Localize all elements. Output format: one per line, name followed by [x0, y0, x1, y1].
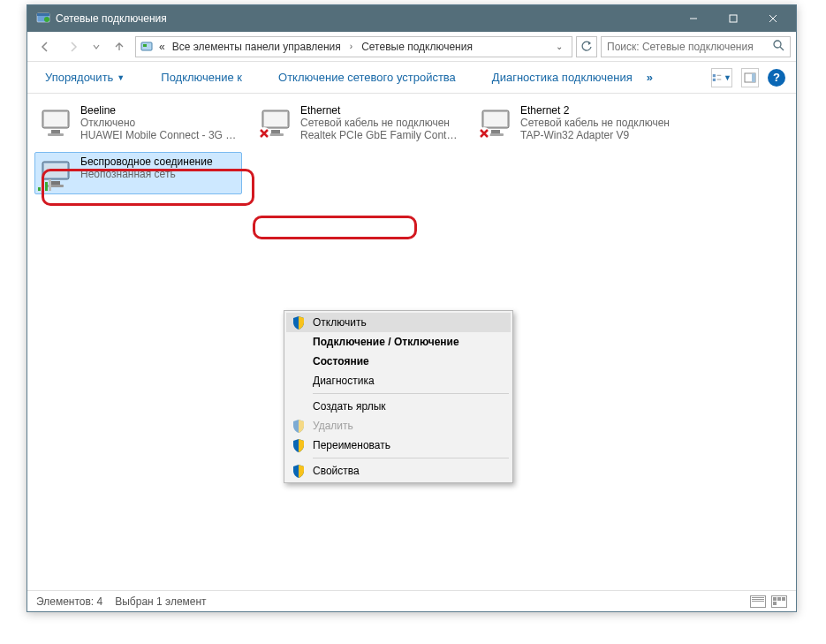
adapter-item-selected[interactable]: Беспроводное соединение Неопознанная сет… [34, 152, 242, 194]
breadcrumb-segment-2[interactable]: Сетевые подключения [360, 39, 474, 55]
svg-line-21 [780, 47, 784, 50]
svg-rect-27 [752, 73, 755, 82]
chevron-right-icon[interactable]: › [346, 42, 356, 51]
window-title: Сетевые подключения [56, 12, 673, 25]
cm-label: Удалить [313, 420, 353, 432]
cm-label: Отключить [313, 316, 367, 329]
cm-label: Переименовать [313, 439, 390, 451]
adapter-device: Realtek PCIe GbE Family Controller [300, 129, 458, 141]
window: Сетевые подключения « Все элементы панел… [27, 4, 797, 612]
up-button[interactable] [107, 36, 132, 57]
breadcrumb-segment-1[interactable]: Все элементы панели управления [171, 39, 343, 55]
cm-status[interactable]: Состояние [286, 352, 511, 371]
titlebar: Сетевые подключения [27, 5, 796, 32]
cm-delete: Удалить [286, 416, 511, 436]
adapter-icon [478, 104, 513, 140]
adapter-name: Беспроводное соединение [80, 155, 213, 168]
breadcrumb-prefix[interactable]: « [157, 39, 167, 55]
diagnose-button[interactable]: Диагностика подключения [485, 67, 640, 87]
navigation-row: « Все элементы панели управления › Сетев… [27, 32, 796, 62]
svg-point-20 [774, 41, 781, 48]
adapter-status: Сетевой кабель не подключен [520, 117, 670, 129]
adapter-icon [258, 104, 293, 140]
menu-separator [313, 458, 509, 458]
minimize-button[interactable] [673, 5, 713, 32]
content-area: Beeline Отключено HUAWEI Mobile Connect … [27, 94, 796, 590]
cm-disable[interactable]: Отключить [286, 313, 511, 332]
dropdown-icon: ▼ [117, 73, 125, 82]
adapter-item[interactable]: Ethernet Сетевой кабель не подключен Rea… [254, 101, 462, 145]
svg-rect-22 [713, 74, 716, 77]
adapter-name: Beeline [80, 104, 239, 117]
cm-create-shortcut[interactable]: Создать ярлык [286, 397, 511, 416]
status-count: Элементов: 4 [36, 595, 102, 608]
status-selected: Выбран 1 элемент [115, 595, 206, 608]
view-mode-button[interactable]: ▼ [711, 68, 732, 87]
svg-point-13 [44, 17, 49, 22]
adapter-name: Ethernet [300, 104, 458, 117]
refresh-button[interactable] [576, 36, 597, 57]
signal-icon [38, 178, 52, 191]
forward-button[interactable] [61, 36, 86, 57]
svg-rect-12 [37, 13, 49, 16]
adapter-status: Отключено [80, 117, 239, 129]
svg-rect-19 [143, 44, 147, 47]
search-box[interactable] [601, 36, 791, 57]
close-button[interactable] [753, 5, 792, 32]
preview-pane-button[interactable] [741, 68, 759, 87]
shield-icon [292, 315, 306, 330]
back-button[interactable] [33, 36, 57, 57]
error-icon [478, 127, 490, 140]
adapter-item[interactable]: Beeline Отключено HUAWEI Mobile Connect … [34, 101, 242, 145]
svg-rect-23 [713, 78, 716, 80]
address-dropdown[interactable]: ⌄ [550, 42, 568, 51]
maximize-button[interactable] [713, 5, 753, 32]
statusbar: Элементов: 4 Выбран 1 элемент [27, 590, 796, 611]
cm-rename[interactable]: Переименовать [286, 436, 511, 455]
adapter-status: Неопознанная сеть [80, 168, 213, 180]
cm-toggle-connection[interactable]: Подключение / Отключение [286, 332, 511, 352]
location-icon [140, 40, 154, 54]
search-input[interactable] [607, 41, 768, 53]
organize-label: Упорядочить [45, 71, 113, 84]
help-button[interactable]: ? [768, 69, 785, 87]
adapter-icon [38, 104, 73, 140]
search-icon [773, 40, 784, 54]
adapter-icon [38, 155, 73, 191]
app-icon [36, 11, 50, 26]
adapter-device: TAP-Win32 Adapter V9 [520, 129, 670, 141]
command-bar: Упорядочить ▼ Подключение к Отключение с… [27, 62, 796, 94]
context-menu: Отключить Подключение / Отключение Состо… [284, 310, 513, 483]
shield-icon [292, 419, 306, 433]
svg-rect-24 [717, 74, 722, 75]
tiles-view-button[interactable] [771, 595, 787, 608]
error-icon [258, 127, 270, 140]
connect-to-button[interactable]: Подключение к [154, 67, 249, 87]
adapter-name: Ethernet 2 [520, 104, 670, 117]
cm-diagnose[interactable]: Диагностика [286, 371, 511, 390]
cm-properties[interactable]: Свойства [286, 461, 511, 481]
adapter-item[interactable]: Ethernet 2 Сетевой кабель не подключен T… [474, 101, 682, 145]
shield-icon [292, 438, 306, 452]
overflow-button[interactable]: » [640, 67, 660, 87]
disable-device-button[interactable]: Отключение сетевого устройства [271, 67, 463, 87]
organize-menu[interactable]: Упорядочить ▼ [38, 67, 132, 87]
cm-label: Свойства [313, 465, 360, 477]
details-view-button[interactable] [750, 595, 766, 608]
svg-rect-15 [730, 15, 737, 22]
shield-icon [292, 464, 306, 478]
adapter-device: HUAWEI Mobile Connect - 3G Mo... [80, 129, 239, 141]
menu-separator [313, 393, 509, 394]
address-bar[interactable]: « Все элементы панели управления › Сетев… [135, 36, 572, 57]
adapter-status: Сетевой кабель не подключен [300, 117, 458, 129]
svg-rect-25 [717, 79, 722, 80]
dropdown-icon: ▼ [724, 73, 731, 82]
history-dropdown[interactable] [89, 36, 103, 57]
